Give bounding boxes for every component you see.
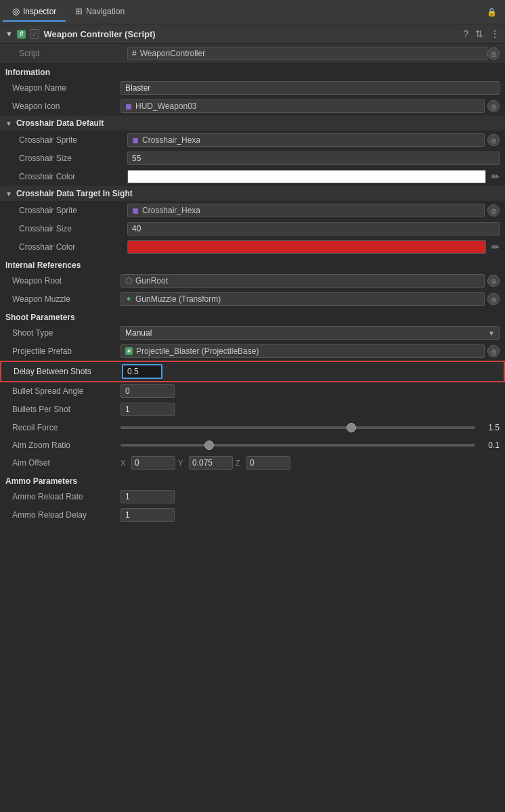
shoot-type-label: Shoot Type (12, 328, 120, 338)
crosshair-target-size-label: Crosshair Size (19, 224, 127, 233)
navigation-icon: ⊞ (75, 6, 83, 16)
crosshair-default-size-value (127, 152, 500, 165)
section-ammo-params: Ammo Parameters (0, 472, 505, 488)
weapon-name-label: Weapon Name (12, 83, 120, 93)
ammo-reload-rate-value (120, 490, 500, 503)
script-value: WeaponController (140, 49, 206, 58)
weapon-icon-field[interactable]: ◼ HUD_Weapon03 (120, 99, 485, 113)
delay-between-shots-input[interactable] (122, 364, 162, 379)
section-internal-refs: Internal References (0, 256, 505, 272)
crosshair-default-arrow: ▼ (5, 120, 12, 127)
ammo-reload-delay-input[interactable] (120, 508, 175, 522)
crosshair-default-eyedropper-icon[interactable]: ✏ (491, 171, 500, 182)
crosshair-target-sprite-field[interactable]: ◼ Crosshair_Hexa (127, 204, 485, 217)
shoot-type-row: Shoot Type Manual ▼ (0, 324, 505, 342)
shoot-type-value: Manual ▼ (120, 326, 500, 340)
weapon-name-input[interactable] (120, 81, 500, 95)
crosshair-default-size-input[interactable] (127, 152, 500, 165)
script-value-field[interactable]: # WeaponController (127, 47, 487, 60)
weapon-root-value: ⬡ GunRoot ◎ (120, 274, 500, 288)
crosshair-target-sprite-label: Crosshair Sprite (19, 206, 127, 215)
aim-offset-xyz: X Y Z (120, 456, 500, 470)
weapon-root-select-btn[interactable]: ◎ (487, 275, 500, 287)
component-title: Weapon Controller (Script) (43, 29, 459, 39)
aim-offset-z-input[interactable] (246, 456, 290, 470)
crosshair-default-sprite-btn[interactable]: ◎ (487, 134, 500, 146)
delay-between-shots-value (122, 364, 498, 379)
crosshair-target-sprite-icon: ◼ (132, 206, 139, 215)
recoil-force-value: 1.5 (120, 423, 500, 432)
aim-offset-x-input[interactable] (131, 456, 175, 470)
shoot-type-dropdown-value: Manual (125, 328, 152, 338)
weapon-name-row: Weapon Name (0, 79, 505, 97)
crosshair-target-header[interactable]: ▼ Crosshair Data Target In Sight (0, 186, 505, 202)
tabs-bar: ◎ Inspector ⊞ Navigation 🔒 (0, 0, 505, 24)
more-icon[interactable]: ⋮ (490, 28, 500, 39)
help-icon[interactable]: ? (463, 28, 468, 39)
aim-offset-row: Aim Offset X Y Z (0, 454, 505, 472)
weapon-muzzle-select-btn[interactable]: ◎ (487, 293, 500, 305)
crosshair-target-size-value (127, 222, 500, 235)
crosshair-default-header[interactable]: ▼ Crosshair Data Default (0, 116, 505, 131)
weapon-icon-value: ◼ HUD_Weapon03 ◎ (120, 99, 500, 113)
weapon-muzzle-label: Weapon Muzzle (12, 294, 120, 304)
ammo-reload-rate-row: Ammo Reload Rate (0, 488, 505, 506)
bullet-spread-label: Bullet Spread Angle (12, 386, 120, 396)
aim-zoom-label: Aim Zoom Ratio (12, 441, 120, 450)
script-hash-icon: # (132, 49, 137, 58)
bullets-per-shot-row: Bullets Per Shot (0, 401, 505, 419)
tab-navigation[interactable]: ⊞ Navigation (66, 2, 134, 22)
recoil-force-thumb[interactable] (347, 423, 356, 432)
aim-zoom-slider[interactable]: 0.1 (120, 441, 500, 450)
tab-inspector-label: Inspector (23, 7, 56, 16)
weapon-muzzle-text: GunMuzzle (Transform) (135, 294, 221, 304)
tab-navigation-label: Navigation (86, 7, 125, 16)
aim-zoom-track (120, 444, 475, 447)
crosshair-default-sprite-field[interactable]: ◼ Crosshair_Hexa (127, 133, 485, 147)
script-label: Script (19, 49, 127, 58)
projectile-select-btn[interactable]: ◎ (487, 345, 500, 357)
crosshair-default-color-swatch[interactable] (127, 170, 486, 183)
projectile-text: Projectile_Blaster (ProjectileBase) (136, 346, 259, 356)
weapon-icon-text: HUD_Weapon03 (135, 102, 197, 111)
projectile-label: Projectile Prefab (12, 346, 120, 356)
crosshair-default-sprite-row: Crosshair Sprite ◼ Crosshair_Hexa ◎ (0, 131, 505, 150)
crosshair-target-eyedropper-icon[interactable]: ✏ (491, 242, 500, 252)
weapon-root-field[interactable]: ⬡ GunRoot (120, 274, 485, 288)
section-shoot-params: Shoot Parameters (0, 309, 505, 324)
collapse-arrow[interactable]: ▼ (5, 30, 13, 38)
weapon-root-label: Weapon Root (12, 276, 120, 286)
weapon-icon-select-btn[interactable]: ◎ (487, 100, 500, 112)
weapon-muzzle-field[interactable]: ✦ GunMuzzle (Transform) (120, 292, 485, 306)
crosshair-target-size-row: Crosshair Size (0, 220, 505, 238)
component-enabled-checkbox[interactable]: ✓ (30, 29, 39, 39)
aim-offset-value: X Y Z (120, 456, 500, 470)
script-select-btn[interactable]: ◎ (487, 47, 500, 60)
bullets-per-shot-input[interactable] (120, 403, 175, 416)
bullet-spread-row: Bullet Spread Angle (0, 382, 505, 401)
tab-inspector[interactable]: ◎ Inspector (3, 2, 66, 22)
crosshair-target-color-row: Crosshair Color ✏ (0, 238, 505, 256)
aim-zoom-thumb[interactable] (204, 441, 214, 450)
crosshair-default-sprite-label: Crosshair Sprite (19, 135, 127, 145)
ammo-reload-delay-label: Ammo Reload Delay (12, 510, 120, 520)
recoil-force-slider[interactable]: 1.5 (120, 423, 500, 432)
crosshair-target-size-input[interactable] (127, 222, 500, 235)
ammo-reload-rate-input[interactable] (120, 490, 175, 503)
aim-offset-y-input[interactable] (189, 456, 233, 470)
settings-icon[interactable]: ⇅ (475, 28, 483, 39)
shoot-type-dropdown[interactable]: Manual ▼ (120, 326, 500, 340)
recoil-force-track (120, 426, 475, 429)
crosshair-target-sprite-btn[interactable]: ◎ (487, 204, 500, 217)
weapon-root-cube-icon: ⬡ (125, 276, 132, 286)
projectile-field[interactable]: # Projectile_Blaster (ProjectileBase) (120, 344, 485, 358)
bullet-spread-input[interactable] (120, 384, 175, 398)
crosshair-target-color-label: Crosshair Color (19, 242, 127, 252)
offset-z-label: Z (236, 459, 244, 467)
crosshair-target-color-swatch[interactable] (127, 240, 486, 254)
weapon-root-text: GunRoot (135, 276, 168, 286)
shoot-type-dropdown-arrow: ▼ (488, 330, 495, 337)
offset-x-label: X (120, 459, 129, 467)
aim-zoom-row: Aim Zoom Ratio 0.1 (0, 436, 505, 454)
recoil-force-label: Recoil Force (12, 423, 120, 432)
